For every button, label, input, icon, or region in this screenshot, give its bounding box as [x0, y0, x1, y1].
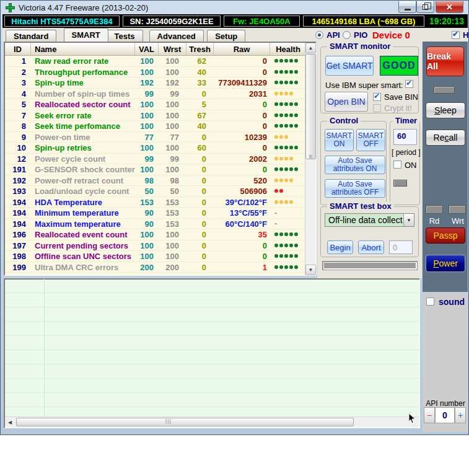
table-row[interactable]: 3Spin-up time1921923377309411329 — [5, 77, 306, 89]
table-row[interactable]: 10Spin-up retries100100600 — [5, 143, 306, 154]
scroll-up-icon[interactable]: ▲ — [305, 43, 316, 53]
header-wrst[interactable]: Wrst — [159, 43, 186, 55]
scroll-down-icon[interactable]: ▼ — [305, 265, 316, 275]
health-dot-icon — [289, 265, 293, 269]
header-name[interactable]: Name — [31, 43, 135, 55]
table-row[interactable]: 223Load retry count10010000 — [5, 273, 306, 276]
cell-id: 9 — [5, 132, 31, 143]
hints-checkbox[interactable]: Hints — [452, 30, 469, 40]
table-row[interactable]: 2Throughput perfomance100100400 — [5, 67, 306, 78]
table-row[interactable]: 199Ultra DMA CRC errors20020001 — [5, 262, 306, 273]
save-bin-checkbox[interactable] — [373, 93, 381, 101]
busy-led — [434, 86, 455, 94]
h-scrollbar-thumb[interactable] — [16, 418, 354, 426]
begin-button[interactable]: Begin — [327, 240, 353, 254]
titlebar[interactable]: Victoria 4.47 Freeware (2013-02-20) ✕ — [1, 1, 468, 14]
ibm-smart-checkbox[interactable] — [405, 80, 413, 88]
header-id[interactable]: ID — [5, 43, 31, 55]
smart-off-button[interactable]: SMART OFF — [356, 129, 385, 151]
read-led — [426, 205, 443, 214]
timer-period-input[interactable]: 60 — [393, 129, 417, 145]
tab-standard[interactable]: Standard — [6, 30, 56, 42]
cell-raw: 0 — [214, 56, 270, 66]
health-dot-icon — [284, 124, 288, 128]
cell-val: 100 — [135, 164, 159, 175]
log-list[interactable]: ◀ — [4, 278, 420, 428]
recall-button[interactable]: Recall — [426, 130, 465, 146]
api-number-decrement-button[interactable]: − — [424, 407, 435, 423]
table-row[interactable]: 194HDA Temperature153153039°C/102°F — [5, 197, 306, 208]
restore-button[interactable] — [416, 1, 434, 13]
health-dot-icon — [274, 81, 278, 84]
minimize-button[interactable] — [398, 1, 416, 13]
api-number-increment-button[interactable]: + — [455, 407, 466, 423]
health-dot-icon — [294, 113, 298, 117]
health-dot-icon — [279, 244, 283, 247]
table-row[interactable]: 196Reallocated event count100100035 — [5, 229, 306, 240]
table-row[interactable]: 197Current pending sectors10010000 — [5, 240, 306, 252]
timer-on-checkbox[interactable] — [393, 161, 401, 169]
api-radio[interactable]: API — [315, 30, 340, 40]
autosave-on-button[interactable]: Auto Save attributes ON — [325, 156, 385, 174]
tab-setup[interactable]: Setup — [207, 30, 245, 42]
smart-status-badge: GOOD — [380, 56, 418, 76]
health-dot-icon — [279, 59, 283, 63]
smart-on-button[interactable]: SMART ON — [325, 129, 354, 151]
table-vertical-scrollbar[interactable]: ▲ ▼ — [305, 43, 315, 275]
chevron-down-icon[interactable]: ▼ — [403, 214, 414, 226]
tab-advanced[interactable]: Advanced — [149, 30, 204, 42]
cell-name: Maximum temperature — [31, 219, 135, 229]
cell-val: 100 — [135, 67, 159, 77]
table-row[interactable]: 9Power-on time7777010239 — [5, 132, 306, 143]
scrollbar-thumb[interactable] — [305, 54, 316, 159]
crypt-checkbox[interactable] — [373, 104, 381, 112]
tab-smart[interactable]: SMART — [64, 28, 108, 42]
sound-checkbox[interactable] — [426, 298, 434, 306]
table-row[interactable]: 193Load/unload cycle count50500506906 — [5, 186, 306, 197]
abort-button[interactable]: Abort — [358, 240, 384, 254]
table-row[interactable]: 7Seek error rate100100670 — [5, 110, 306, 121]
header-tresh[interactable]: Tresh — [186, 43, 214, 55]
health-dot-icon — [289, 244, 293, 247]
api-radio-icon — [315, 31, 323, 39]
cell-health — [270, 99, 306, 110]
cell-name: Power-off retract count — [31, 175, 135, 186]
table-row[interactable]: 194Maximum temperature90153060°C/140°F- — [5, 219, 306, 230]
passp-button[interactable]: Passp — [426, 227, 465, 244]
close-button[interactable]: ✕ — [436, 1, 463, 13]
get-smart-button[interactable]: Get SMART — [325, 56, 374, 76]
cell-name: G-SENSOR shock counter — [31, 164, 135, 175]
cell-health — [270, 143, 306, 153]
table-body: 1Raw read error rate1001006202Throughput… — [5, 56, 306, 276]
table-row[interactable]: 198Offline scan UNC sectors10010000 — [5, 251, 306, 262]
break-all-button[interactable]: Break All — [426, 46, 464, 76]
cell-name: Offline scan UNC sectors — [31, 251, 135, 262]
pio-radio[interactable]: PIO — [343, 30, 367, 40]
table-row[interactable]: 12Power cycle count999902002 — [5, 154, 306, 165]
cell-id: 4 — [5, 89, 31, 99]
table-row[interactable]: 192Power-off retract count98980520 — [5, 175, 306, 187]
health-dot-icon — [284, 232, 288, 236]
open-bin-button[interactable]: Open BIN — [325, 92, 368, 112]
scroll-left-icon[interactable]: ◀ — [5, 417, 15, 427]
cell-id: 194 — [5, 219, 31, 229]
cell-wrst: 100 — [159, 164, 186, 175]
tab-tests[interactable]: Tests — [107, 30, 143, 42]
autosave-off-button[interactable]: Auto Save attributes OFF — [325, 179, 385, 198]
health-dot-icon — [289, 200, 293, 204]
header-raw[interactable]: Raw — [214, 43, 270, 55]
health-dot-icon — [274, 157, 278, 161]
test-counter-input[interactable]: 0 — [389, 240, 413, 254]
table-row[interactable]: 8Seek time perfomance100100400 — [5, 121, 306, 132]
table-row[interactable]: 4Number of spin-up times999902031 — [5, 89, 306, 100]
table-row[interactable]: 5Reallocated sector count10010050 — [5, 99, 306, 110]
table-row[interactable]: 194Minimum temperature90153013°C/55°F- — [5, 208, 306, 219]
test-select[interactable]: Off-line data collect ▼ — [325, 213, 414, 227]
header-health[interactable]: Health — [270, 43, 306, 55]
table-row[interactable]: 191G-SENSOR shock counter10010000 — [5, 164, 306, 175]
header-val[interactable]: VAL — [135, 43, 159, 55]
sleep-button[interactable]: Sleep — [426, 102, 465, 118]
log-horizontal-scrollbar[interactable]: ◀ — [5, 416, 419, 427]
table-row[interactable]: 1Raw read error rate100100620 — [5, 56, 306, 67]
power-button[interactable]: Power — [426, 255, 465, 272]
